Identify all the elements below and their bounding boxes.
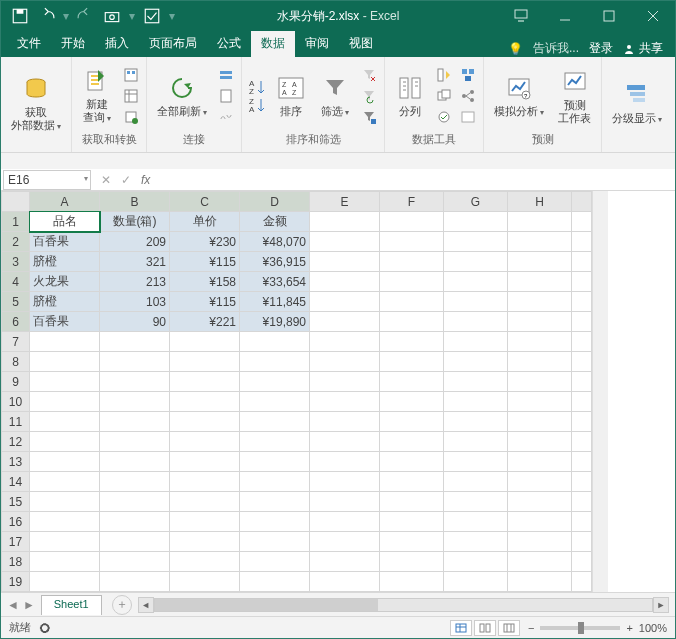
tab-view[interactable]: 视图 [339, 31, 383, 57]
col-header-e[interactable]: E [310, 192, 380, 212]
cell[interactable] [380, 572, 444, 592]
cell[interactable] [444, 512, 508, 532]
cell[interactable] [380, 472, 444, 492]
cell[interactable] [170, 472, 240, 492]
cell[interactable] [240, 572, 310, 592]
cell[interactable] [30, 352, 100, 372]
cell[interactable] [380, 212, 444, 232]
cell[interactable] [240, 412, 310, 432]
cell[interactable] [572, 392, 592, 412]
row-header[interactable]: 5 [2, 292, 30, 312]
cell[interactable] [380, 432, 444, 452]
cell[interactable]: 单价 [170, 212, 240, 232]
row-header[interactable]: 9 [2, 372, 30, 392]
cell[interactable] [240, 492, 310, 512]
cell[interactable] [240, 432, 310, 452]
cell[interactable]: 百香果 [30, 232, 100, 252]
cell[interactable] [508, 472, 572, 492]
tab-formulas[interactable]: 公式 [207, 31, 251, 57]
cell[interactable] [30, 452, 100, 472]
tab-file[interactable]: 文件 [7, 31, 51, 57]
cell[interactable] [310, 392, 380, 412]
connections-icon[interactable] [217, 66, 235, 84]
cell[interactable] [100, 532, 170, 552]
row-header[interactable]: 10 [2, 392, 30, 412]
cell[interactable] [572, 212, 592, 232]
cell[interactable] [310, 552, 380, 572]
sort-button[interactable]: ZAAZ 排序 [272, 71, 310, 120]
cell[interactable] [508, 492, 572, 512]
cell[interactable] [240, 352, 310, 372]
cell[interactable] [100, 392, 170, 412]
ribbon-options-icon[interactable] [499, 1, 543, 31]
cell[interactable] [30, 572, 100, 592]
cell[interactable] [30, 552, 100, 572]
cell[interactable] [100, 572, 170, 592]
cell[interactable] [444, 332, 508, 352]
cell[interactable] [508, 352, 572, 372]
cancel-icon[interactable]: ✕ [101, 173, 111, 187]
cell[interactable] [444, 292, 508, 312]
data-validation-icon[interactable] [435, 108, 453, 126]
cell[interactable] [444, 252, 508, 272]
cell[interactable] [572, 572, 592, 592]
tab-insert[interactable]: 插入 [95, 31, 139, 57]
flash-fill-icon[interactable] [435, 66, 453, 84]
cell[interactable] [310, 572, 380, 592]
col-header-c[interactable]: C [170, 192, 240, 212]
row-header[interactable]: 12 [2, 432, 30, 452]
cell[interactable] [380, 532, 444, 552]
cell[interactable]: ¥19,890 [240, 312, 310, 332]
col-header-f[interactable]: F [380, 192, 444, 212]
cell[interactable] [100, 332, 170, 352]
edit-links-icon[interactable] [217, 108, 235, 126]
cell[interactable] [310, 272, 380, 292]
cell[interactable] [170, 452, 240, 472]
cell[interactable] [508, 312, 572, 332]
spreadsheet-grid[interactable]: A B C D E F G H 1品名数量(箱)单价金额2百香果209¥230¥… [1, 191, 592, 592]
cell[interactable] [100, 412, 170, 432]
cell[interactable] [572, 232, 592, 252]
cell[interactable] [444, 412, 508, 432]
cell[interactable] [170, 432, 240, 452]
row-header[interactable]: 15 [2, 492, 30, 512]
undo-icon[interactable] [37, 7, 55, 25]
cell[interactable] [170, 392, 240, 412]
cell[interactable] [444, 232, 508, 252]
cell[interactable] [310, 312, 380, 332]
row-header[interactable]: 11 [2, 412, 30, 432]
cell[interactable] [100, 352, 170, 372]
row-header[interactable]: 19 [2, 572, 30, 592]
cell[interactable] [170, 512, 240, 532]
cell[interactable] [380, 392, 444, 412]
cell[interactable] [240, 472, 310, 492]
cell[interactable] [444, 572, 508, 592]
cell[interactable] [310, 232, 380, 252]
cell[interactable]: ¥230 [170, 232, 240, 252]
cell[interactable] [100, 552, 170, 572]
cell[interactable] [170, 572, 240, 592]
cell[interactable] [508, 372, 572, 392]
cell[interactable] [572, 252, 592, 272]
cell[interactable]: 脐橙 [30, 252, 100, 272]
cell[interactable] [444, 472, 508, 492]
cell[interactable] [444, 432, 508, 452]
name-box[interactable]: E16▾ [3, 170, 91, 190]
cell[interactable] [310, 472, 380, 492]
cell[interactable]: 火龙果 [30, 272, 100, 292]
cell[interactable] [572, 352, 592, 372]
cell[interactable] [310, 292, 380, 312]
cell[interactable] [508, 572, 572, 592]
cell[interactable] [310, 512, 380, 532]
cell[interactable] [380, 252, 444, 272]
new-query-button[interactable]: 新建 查询 [78, 64, 116, 127]
cell[interactable] [444, 532, 508, 552]
filter-button[interactable]: 筛选 [316, 71, 354, 121]
fx-icon[interactable]: fx [141, 173, 150, 187]
redo-icon[interactable] [77, 7, 95, 25]
row-header[interactable]: 16 [2, 512, 30, 532]
cell[interactable] [444, 352, 508, 372]
cell[interactable]: 数量(箱) [100, 212, 170, 232]
cell[interactable] [240, 332, 310, 352]
cell[interactable] [380, 312, 444, 332]
